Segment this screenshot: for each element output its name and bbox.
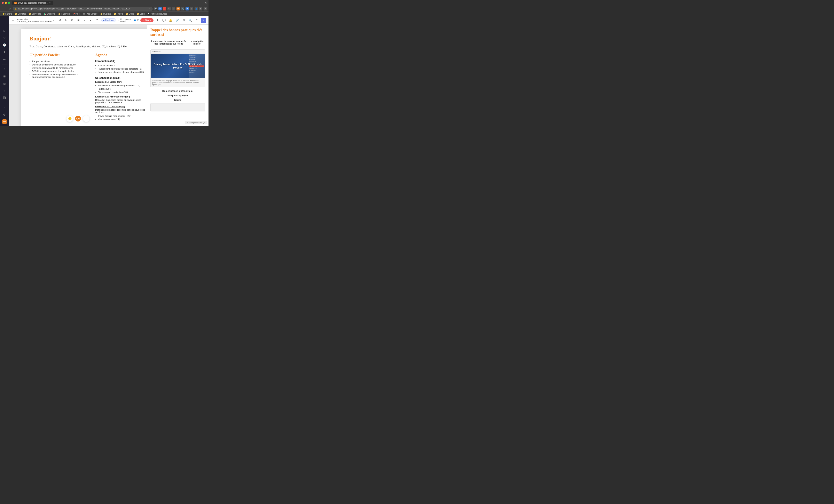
list-item: Définition du plan des sections principa…	[29, 70, 87, 73]
sidebar-heart-icon[interactable]: ♡	[1, 35, 8, 41]
back-button[interactable]: ‹	[2, 7, 4, 11]
tab-bar: M invivo_site-corporate_arboresc... ✕ +	[12, 1, 195, 5]
comment-button[interactable]: 💬	[161, 18, 167, 23]
nav-settings-button[interactable]: ⚙ Navigation Settings	[185, 120, 207, 124]
frame-button[interactable]: ⊡	[70, 18, 75, 23]
sidebar-star-icon[interactable]: ☆	[1, 66, 8, 72]
add-bottom-button[interactable]: +	[83, 115, 89, 122]
exercice-03: Exercice 03 : L'histoire (35') Définitio…	[95, 105, 147, 121]
profile-icon[interactable]: 👤	[195, 7, 198, 10]
objectif-list: Rappel des cibles Définition de l'object…	[29, 60, 87, 79]
maximize-button[interactable]	[8, 2, 10, 4]
app-container: ← □ ♡ 🕐 ⬇ ✏ ☆ ⊞ ⊟ ≡ 🖼 ↗ ⚙ EM ← invivo_si…	[0, 16, 208, 126]
sidebar-library-icon[interactable]: ≡	[1, 87, 8, 94]
extension-icon-5[interactable]: ♡	[172, 7, 175, 10]
sidebar-exit-icon[interactable]: ↗	[1, 105, 8, 111]
notification-button[interactable]: 🔔	[168, 18, 173, 23]
minimize-window-icon[interactable]: —	[197, 1, 199, 4]
user-avatar-bottom[interactable]: EM	[75, 115, 81, 122]
close-button[interactable]	[2, 2, 4, 4]
tab-close-button[interactable]: ✕	[49, 2, 51, 4]
sidebar-table-icon[interactable]: ⊟	[1, 80, 8, 87]
navigation-label: La navigation missio	[189, 40, 205, 45]
extension-icon-1[interactable]: 📷	[154, 7, 157, 10]
sidebar-back-button[interactable]: ←	[1, 18, 8, 24]
right-panel: Rappel des bonnes pratiques clés sur les…	[147, 25, 208, 126]
bookmark-souvenirs[interactable]: 📁 Souvenirs	[28, 12, 42, 15]
extension-icon-2[interactable]: N	[158, 7, 162, 10]
sidebar-grid-icon[interactable]: ⊞	[1, 73, 8, 80]
bookmark-notion[interactable]: N Notion Resources	[146, 12, 168, 15]
download-action-button[interactable]: ⬇	[155, 18, 160, 23]
bookmark-shopping[interactable]: 🛍️ Shopping	[43, 12, 57, 15]
canvas-area[interactable]: Bonjour! Truc, Claire, Constance, Valent…	[9, 25, 147, 126]
bookmark-label: Favoris	[5, 13, 12, 15]
bookmark-type-sample[interactable]: 🅣 Type Sample	[82, 12, 99, 15]
share-button[interactable]: ↑ Share	[140, 18, 154, 22]
bookmark-label: Projets	[117, 13, 123, 15]
bookmark-pinit[interactable]: 📌 Pin It	[71, 12, 82, 15]
saved-text: All changes saved!	[120, 18, 132, 23]
sidebar-sticky-note-icon[interactable]: □	[1, 27, 8, 34]
app-title: invivo_site-corporate_arborescence&conte…	[17, 18, 52, 23]
reload-button[interactable]: ↺	[8, 7, 12, 11]
check-button[interactable]: ✓	[82, 18, 87, 23]
new-tab-button[interactable]: +	[54, 1, 58, 5]
objectif-column: Objectif de l'atelier Rappel des cibles …	[29, 53, 87, 124]
lock-icon: 🔒	[14, 7, 17, 10]
app-title-chevron[interactable]: ▾	[53, 19, 54, 21]
grid-tool-button[interactable]: ⊞	[76, 18, 81, 23]
bookmark-musique[interactable]: 📁 Musique	[99, 12, 112, 15]
facilitator-badge[interactable]: Facilitator	[102, 19, 116, 22]
emoji-button[interactable]: 😊	[66, 115, 73, 122]
user-count: 👥 10	[134, 19, 139, 21]
bookmark-label: Razorfish	[61, 13, 70, 15]
extension-icon-6[interactable]: MC	[176, 7, 180, 10]
zoom-button[interactable]: 🔍	[188, 18, 193, 23]
sidebar-download-icon[interactable]: ⬇	[1, 49, 8, 56]
sidebar-user-avatar[interactable]: EM	[2, 119, 7, 124]
bookmark-razorfish[interactable]: 📁 Razorfish	[57, 12, 71, 15]
bookmark-label: Souvenirs	[32, 13, 41, 15]
extension-icon-9[interactable]: ⚙	[190, 7, 193, 10]
agenda-column: Agenda Introduction (30') Tour de table …	[95, 53, 147, 124]
minimize-button[interactable]	[5, 2, 7, 4]
timer-button[interactable]: ⏱	[94, 18, 100, 23]
fullscreen-icon[interactable]: ⛶	[201, 1, 203, 4]
sidebar-image-icon[interactable]: 🖼	[1, 94, 8, 101]
paint-button[interactable]: 🖌	[88, 18, 93, 23]
sidebar-settings-icon[interactable]: ⚙	[1, 112, 8, 118]
employer-label: marque employeur	[150, 94, 205, 97]
extension-icon-4[interactable]: 🛡	[168, 7, 171, 10]
extension-icon-3[interactable]: 🔴	[163, 7, 166, 10]
bookmark-outils[interactable]: 📁 Outils	[125, 12, 135, 15]
sidebar-pen-icon[interactable]: ✏	[1, 56, 8, 63]
bookmark-comptes[interactable]: 📁 Comptes	[14, 12, 27, 15]
extension-icon-8[interactable]: B	[185, 7, 189, 10]
bookmark-favoris[interactable]: ⭐ Favoris	[1, 12, 13, 15]
download-icon[interactable]: ⬇	[199, 7, 202, 10]
undo-button[interactable]: ↺	[58, 18, 63, 23]
bookmark-projets[interactable]: 📁 Projets	[113, 12, 124, 15]
help-button[interactable]: ?	[194, 18, 199, 23]
active-tab[interactable]: M invivo_site-corporate_arboresc... ✕	[12, 1, 53, 5]
extension-icon-7[interactable]: 🔧	[181, 7, 184, 10]
bookmark-veille[interactable]: 📁 Veille	[136, 12, 146, 15]
folder-icon: 📁	[15, 13, 17, 15]
app-back-button[interactable]: ←	[12, 18, 15, 23]
add-member-button[interactable]: +	[201, 18, 206, 23]
tab-favicon: M	[14, 2, 17, 4]
exercice-01-title: Exercice 01 : Cibles (40')	[95, 81, 147, 83]
close-window-icon[interactable]: ✕	[205, 1, 207, 4]
forward-button[interactable]: ›	[5, 7, 7, 11]
user-count-number: 10	[137, 19, 139, 21]
link-button[interactable]: 🔗	[174, 18, 180, 23]
star-icon: ⭐	[2, 13, 5, 15]
bookmark-label: Pin It	[75, 13, 80, 15]
address-bar[interactable]: 🔒 app.mural.co/t/publicissapient7269/m/p…	[13, 7, 153, 11]
nav-right-icons: 📷 N 🔴 🛡 ♡ MC 🔧 B ⚙ 👤 ⬇ ≡	[154, 7, 207, 10]
redo-button[interactable]: ↻	[64, 18, 69, 23]
menu-icon[interactable]: ≡	[203, 7, 207, 10]
table-view-button[interactable]: ⊟	[181, 18, 186, 23]
sidebar-clock-icon[interactable]: 🕐	[1, 42, 8, 48]
